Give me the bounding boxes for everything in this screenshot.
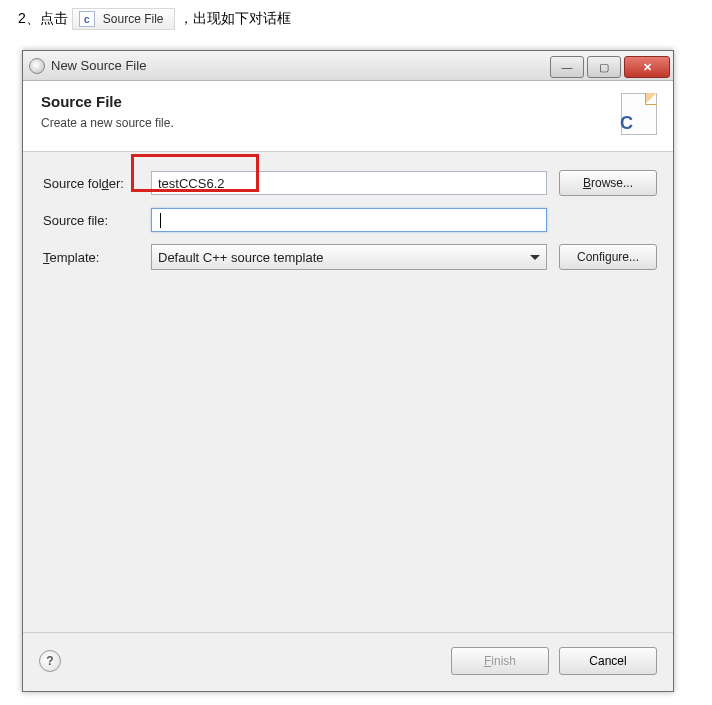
intro-number: 2、	[18, 10, 40, 28]
template-selected-value: Default C++ source template	[158, 250, 323, 265]
dialog-footer: ? Finish Cancel	[23, 632, 673, 691]
header-title: Source File	[41, 93, 174, 110]
intro-suffix: ，出现如下对话框	[179, 10, 291, 28]
source-file-menu-button[interactable]: c Source File	[72, 8, 175, 30]
minimize-button[interactable]: —	[550, 56, 584, 78]
source-folder-row: Source folder: Browse...	[43, 170, 657, 196]
configure-button[interactable]: Configure...	[559, 244, 657, 270]
cancel-button[interactable]: Cancel	[559, 647, 657, 675]
source-file-label: Source file:	[43, 213, 151, 228]
new-source-file-dialog: New Source File — ▢ ✕ Source File Create…	[22, 50, 674, 692]
form-area: Source folder: Browse... Source file: Te…	[23, 152, 673, 632]
c-source-icon: C	[613, 93, 657, 137]
help-button[interactable]: ?	[39, 650, 61, 672]
chevron-down-icon	[530, 255, 540, 260]
window-title: New Source File	[51, 58, 146, 73]
source-file-menu-label: Source File	[103, 12, 164, 26]
source-folder-label: Source folder:	[43, 176, 151, 191]
maximize-button[interactable]: ▢	[587, 56, 621, 78]
browse-button[interactable]: Browse...	[559, 170, 657, 196]
c-file-icon: c	[79, 11, 95, 27]
template-label: Template:	[43, 250, 151, 265]
source-folder-input[interactable]	[151, 171, 547, 195]
template-combo[interactable]: Default C++ source template	[151, 244, 547, 270]
source-file-row: Source file:	[43, 208, 657, 232]
close-button[interactable]: ✕	[624, 56, 670, 78]
template-row: Template: Default C++ source template Co…	[43, 244, 657, 270]
source-file-input[interactable]	[151, 208, 547, 232]
titlebar: New Source File — ▢ ✕	[23, 51, 673, 81]
dialog-header: Source File Create a new source file. C	[23, 81, 673, 152]
header-description: Create a new source file.	[41, 116, 174, 130]
finish-button[interactable]: Finish	[451, 647, 549, 675]
intro-line: 2、 点击 c Source File ，出现如下对话框	[18, 8, 291, 30]
app-icon	[29, 58, 45, 74]
text-caret	[160, 213, 161, 228]
intro-prefix: 点击	[40, 10, 68, 28]
